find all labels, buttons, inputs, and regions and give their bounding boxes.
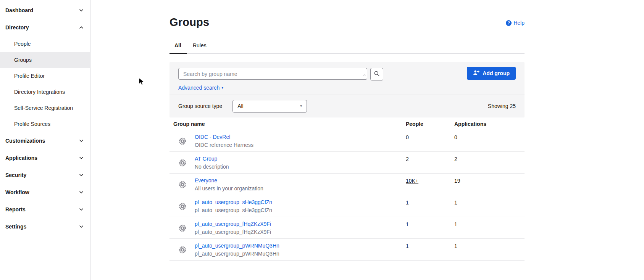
group-gear-icon [178, 180, 187, 189]
group-source-type-dropdown[interactable]: All ▾ [232, 100, 307, 113]
sidebar-item-self-service-registration[interactable]: Self-Service Registration [0, 100, 90, 116]
group-name-link[interactable]: pl_auto_usergroup_fHqZKzX9Fi [195, 221, 271, 227]
add-person-icon [473, 70, 479, 77]
tab-bar: All Rules [169, 39, 525, 54]
group-description: pl_auto_usergroup_sHe3ggCfZn [195, 207, 272, 213]
applications-count: 1 [454, 195, 525, 206]
sidebar-item-settings[interactable]: Settings [0, 218, 90, 235]
sidebar-item-workflow[interactable]: Workflow [0, 183, 90, 201]
column-header-group-name: Group name [169, 117, 406, 127]
add-group-label: Add group [483, 70, 510, 76]
group-gear-icon [178, 202, 187, 211]
sidebar-item-customizations[interactable]: Customizations [0, 132, 90, 149]
sidebar-item-profile-editor[interactable]: Profile Editor [0, 68, 90, 84]
sidebar: Dashboard Directory People Groups Profil… [0, 0, 90, 280]
search-button[interactable] [370, 68, 383, 80]
help-link[interactable]: ? Help [506, 20, 525, 26]
sidebar-item-reports[interactable]: Reports [0, 201, 90, 218]
sidebar-item-label: Reports [5, 206, 26, 212]
sidebar-item-profile-sources[interactable]: Profile Sources [0, 116, 90, 132]
chevron-down-icon [79, 138, 84, 143]
chevron-down-icon: ▾ [300, 104, 302, 108]
group-gear-icon [178, 224, 187, 232]
advanced-search-link[interactable]: Advanced search ▾ [178, 85, 223, 91]
page-title: Groups [169, 16, 209, 29]
sidebar-item-label: Directory Integrations [14, 89, 65, 95]
group-description: All users in your organization [195, 185, 263, 191]
applications-count: 2 [454, 152, 525, 162]
group-description: No description [195, 164, 229, 170]
sidebar-item-label: Groups [14, 57, 32, 63]
table-row: AT Group No description 2 2 [169, 152, 525, 174]
dropdown-selected-value: All [237, 103, 244, 109]
chevron-up-icon [79, 25, 84, 30]
sidebar-item-label: Security [5, 172, 26, 178]
sidebar-item-security[interactable]: Security [0, 166, 90, 183]
group-name-link[interactable]: pl_auto_usergroup_sHe3ggCfZn [195, 199, 272, 205]
applications-count: 1 [454, 217, 525, 227]
sidebar-item-label: People [14, 41, 31, 47]
chevron-down-icon [79, 224, 84, 229]
chevron-down-icon [79, 190, 84, 195]
sidebar-item-label: Profile Sources [14, 121, 50, 127]
filter-section: Group source type All ▾ Showing 25 [169, 95, 525, 117]
group-gear-icon [178, 159, 187, 167]
table-row: OIDC - DevRel OIDC reference Harness 0 0 [169, 130, 525, 152]
applications-count: 1 [454, 239, 525, 249]
sidebar-item-label: Self-Service Registration [14, 105, 73, 111]
group-description: pl_auto_usergroup_fHqZKzX9Fi [195, 229, 271, 235]
group-description: pl_auto_usergroup_pWRNMuQ3Hn [195, 251, 279, 257]
sidebar-item-label: Workflow [5, 189, 29, 195]
search-section: Add group Advanced search ▾ [169, 62, 525, 95]
main-area: Groups ? Help All Rules [90, 0, 644, 280]
help-label: Help [513, 20, 525, 26]
sidebar-item-applications[interactable]: Applications [0, 149, 90, 166]
table-row: pl_auto_usergroup_sHe3ggCfZn pl_auto_use… [169, 195, 525, 217]
people-count: 1 [406, 239, 454, 249]
group-name-link[interactable]: OIDC - DevRel [195, 134, 253, 140]
group-name-link[interactable]: Everyone [195, 177, 263, 183]
group-gear-icon [178, 246, 187, 254]
help-icon: ? [506, 20, 512, 26]
search-icon [374, 71, 380, 78]
add-group-button[interactable]: Add group [467, 67, 516, 80]
people-count: 1 [406, 195, 454, 206]
sidebar-item-label: Settings [5, 224, 26, 230]
column-header-applications: Applications [454, 117, 525, 127]
search-filter-panel: Add group Advanced search ▾ Group source… [169, 62, 525, 117]
table-row: pl_auto_usergroup_fHqZKzX9Fi pl_auto_use… [169, 217, 525, 239]
sidebar-item-people[interactable]: People [0, 36, 90, 52]
sidebar-item-label: Customizations [5, 138, 45, 144]
group-name-link[interactable]: AT Group [195, 156, 229, 162]
column-header-people: People [406, 117, 454, 127]
sidebar-item-label: Applications [5, 155, 37, 161]
sidebar-item-directory[interactable]: Directory [0, 19, 90, 36]
applications-count: 19 [454, 174, 525, 184]
people-count: 0 [406, 130, 454, 140]
group-name-link[interactable]: pl_auto_usergroup_pWRNMuQ3Hn [195, 243, 279, 249]
advanced-search-label: Advanced search [178, 85, 220, 91]
table-row: Everyone All users in your organization … [169, 174, 525, 195]
group-description: OIDC reference Harness [195, 142, 253, 148]
group-gear-icon [178, 137, 187, 145]
sidebar-item-label: Dashboard [5, 7, 33, 13]
applications-count: 0 [454, 130, 525, 140]
sidebar-item-directory-integrations[interactable]: Directory Integrations [0, 84, 90, 100]
chevron-down-icon [79, 207, 84, 212]
sidebar-item-dashboard[interactable]: Dashboard [0, 2, 90, 19]
search-input[interactable] [178, 68, 367, 80]
table-header-row: Group name People Applications [169, 117, 525, 130]
people-count-link[interactable]: 10K+ [406, 178, 418, 184]
people-count: 1 [406, 217, 454, 227]
sidebar-item-groups[interactable]: Groups [0, 52, 90, 68]
showing-count: Showing 25 [488, 103, 516, 109]
groups-table: Group name People Applications OIDC - De… [169, 117, 525, 261]
chevron-down-icon [79, 8, 84, 13]
chevron-down-icon [79, 155, 84, 161]
group-source-type-label: Group source type [178, 103, 222, 109]
tab-all[interactable]: All [169, 39, 187, 54]
table-row: pl_auto_usergroup_pWRNMuQ3Hn pl_auto_use… [169, 239, 525, 261]
caret-down-icon: ▾ [221, 86, 223, 90]
tab-rules[interactable]: Rules [187, 39, 212, 54]
sidebar-item-label: Profile Editor [14, 73, 45, 79]
